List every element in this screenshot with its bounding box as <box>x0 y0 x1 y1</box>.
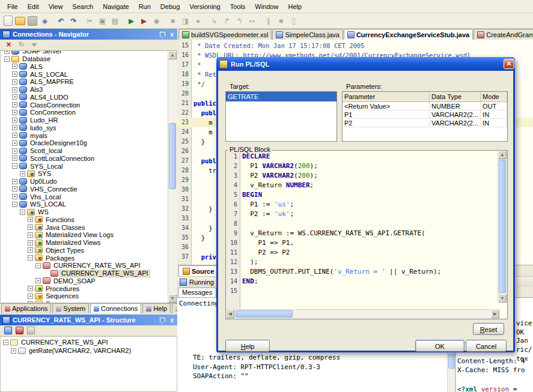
tab-connections[interactable]: Connections <box>90 303 141 313</box>
expand-plus-icon[interactable]: + <box>12 148 17 154</box>
expand-plus-icon[interactable]: + <box>12 94 17 100</box>
expand-plus-icon[interactable]: + <box>28 217 33 222</box>
code-line-11[interactable]: 11 P2 => P2 <box>226 248 507 258</box>
save-icon[interactable] <box>28 16 37 26</box>
scroll-thumb[interactable] <box>499 160 506 293</box>
expand-minus-icon[interactable]: − <box>4 56 10 62</box>
column-header-parameter[interactable]: Parameter <box>343 92 430 102</box>
tree-item-classconnection[interactable]: +ClassConnection <box>2 101 167 109</box>
tree-item-ws-local[interactable]: −WS_LOCAL <box>2 201 167 208</box>
expand-plus-icon[interactable]: + <box>28 225 33 230</box>
expand-minus-icon[interactable]: − <box>12 202 17 207</box>
pin-icon[interactable] <box>160 32 165 37</box>
tree-item-als[interactable]: +ALS <box>2 63 167 71</box>
stop-icon[interactable]: ■ <box>276 16 286 26</box>
tree-item-ws[interactable]: −WS <box>2 208 167 216</box>
tree-item-sys[interactable]: +SYS <box>2 170 167 178</box>
menu-run[interactable]: Run <box>134 2 156 11</box>
scroll-thumb[interactable] <box>169 123 176 189</box>
menu-navigate[interactable]: Navigate <box>98 2 133 11</box>
column-header-mode[interactable]: Mode <box>481 92 507 102</box>
tree-item-currency-rate-ws-api[interactable]: CURRENCY_RATE_WS_API <box>2 270 167 277</box>
code-line-13[interactable]: 13 DBMS_OUTPUT.PUT_LINE('v_Return = ' ||… <box>226 267 507 277</box>
table-row[interactable]: <Return Value>NUMBEROUT <box>343 102 507 110</box>
expand-minus-icon[interactable]: − <box>12 163 17 169</box>
tree-item-sequences[interactable]: +Sequences <box>2 292 167 300</box>
tab-system[interactable]: System <box>52 303 89 313</box>
expand-plus-icon[interactable]: + <box>11 348 16 354</box>
garbage-icon[interactable]: ▯ <box>288 16 299 26</box>
menu-file[interactable]: File <box>2 2 23 11</box>
undo-icon[interactable]: ↶ <box>56 16 66 26</box>
expand-plus-icon[interactable]: + <box>12 186 17 191</box>
expand-plus-icon[interactable]: + <box>12 125 17 130</box>
settings-icon[interactable] <box>27 327 35 334</box>
expand-minus-icon[interactable]: − <box>20 210 25 215</box>
expand-plus-icon[interactable]: + <box>12 71 17 77</box>
code-line-2[interactable]: 2 P1 VARCHAR2(200); <box>226 161 507 171</box>
column-header-data-type[interactable]: Data Type <box>430 92 481 102</box>
expand-plus-icon[interactable]: + <box>12 87 17 92</box>
menu-help[interactable]: Help <box>283 2 306 11</box>
tree-item-currency-rate-ws-api[interactable]: −CURRENCY_RATE_WS_API <box>2 262 167 270</box>
ok-button[interactable]: OK <box>415 340 464 352</box>
reset-button[interactable]: Reset <box>473 323 504 335</box>
expand-plus-icon[interactable]: + <box>28 294 33 299</box>
tree-item-als4-ludo[interactable]: +ALS4_LUDO <box>2 94 167 101</box>
tab-simpeleclass-java[interactable]: SimpeleClass.java <box>272 29 343 40</box>
expand-plus-icon[interactable]: + <box>12 133 17 138</box>
tree-item-materialized-view-logs[interactable]: +Materialized View Logs <box>2 231 167 239</box>
tree-item-object-types[interactable]: +Object Types <box>2 247 167 255</box>
tree-item-myals[interactable]: +myals <box>2 131 167 139</box>
tree-item-materialized-views[interactable]: +Materialized Views <box>2 239 167 247</box>
tree-item-sys-local[interactable]: −SYS_Local <box>2 162 167 170</box>
parameters-table[interactable]: ParameterData TypeMode <Return Value>NUM… <box>342 91 508 142</box>
scroll-down-icon[interactable]: ▼ <box>498 294 507 303</box>
close-icon[interactable]: x <box>169 31 175 38</box>
scroll-up-icon[interactable]: ▲ <box>168 51 177 59</box>
code-line-7[interactable]: 7 P2 := 'uk'; <box>226 210 507 219</box>
menu-debug[interactable]: Debug <box>156 2 184 11</box>
breakpoint-icon[interactable]: ● <box>193 16 203 26</box>
tab-buildsvgspeedometer-xsl[interactable]: buildSVGSpeedometer.xsl <box>178 29 272 40</box>
expand-plus-icon[interactable]: + <box>12 102 17 107</box>
code-line-10[interactable]: 10 P1 => P1, <box>226 238 507 248</box>
tree-item-oracledesigner10g[interactable]: +OracleDesigner10g <box>2 139 167 147</box>
target-item-getrate[interactable]: GETRATE <box>226 92 337 101</box>
tree-item-ludo-hr[interactable]: +Ludo_HR <box>2 116 167 124</box>
dialog-title-bar[interactable]: Run PL/SQL ✕ <box>216 57 515 71</box>
tree-item-scottlocalconnection[interactable]: +ScottLocalConnection <box>2 155 167 163</box>
code-line-15[interactable]: 15 * Date Created: Mon Jan 17 15:17:08 C… <box>177 41 533 50</box>
code-line-5[interactable]: 5BEGIN <box>226 190 507 200</box>
compile-icon[interactable]: ◆ <box>151 16 162 26</box>
expand-minus-icon[interactable]: − <box>35 263 41 268</box>
tree-item-vhs-connectie[interactable]: +VHS_Connectie <box>2 185 167 193</box>
resume-icon[interactable]: ↦ <box>247 16 257 26</box>
scroll-down-icon[interactable]: ▼ <box>168 294 177 303</box>
cancel-button[interactable]: Cancel <box>466 340 507 352</box>
expand-plus-icon[interactable]: + <box>12 110 17 115</box>
code-line-6[interactable]: 6 P1 := 'us'; <box>226 200 507 210</box>
tree-item-functions[interactable]: +Functions <box>2 216 167 224</box>
new-file-icon[interactable] <box>4 16 13 26</box>
target-list[interactable]: GETRATE <box>225 91 337 142</box>
gallery-icon[interactable]: ◈ <box>40 16 50 26</box>
code-line-1[interactable]: 1DECLARE <box>226 152 507 161</box>
step-into-icon[interactable]: ↳ <box>209 16 219 26</box>
expand-plus-icon[interactable]: + <box>12 179 17 184</box>
tree-item-als-local[interactable]: +ALS_LOCAL <box>2 70 167 78</box>
expand-plus-icon[interactable]: + <box>12 118 17 123</box>
menu-tools[interactable]: Tools <box>225 2 251 11</box>
expand-plus-icon[interactable]: + <box>12 64 17 69</box>
code-line-12[interactable]: 12 ); <box>226 258 507 267</box>
tree-item-packages[interactable]: −Packages <box>2 254 167 262</box>
tree-view-icon[interactable] <box>4 327 12 334</box>
pin-icon[interactable] <box>160 318 165 322</box>
tab-applications[interactable]: Applications <box>1 303 51 313</box>
expand-plus-icon[interactable]: + <box>28 286 33 291</box>
expand-minus-icon[interactable]: − <box>3 340 8 345</box>
step-out-icon[interactable]: ↰ <box>234 16 245 26</box>
expand-minus-icon[interactable]: − <box>28 255 33 261</box>
code-line-14[interactable]: 14END; <box>226 277 507 286</box>
menu-search[interactable]: Search <box>67 2 98 11</box>
